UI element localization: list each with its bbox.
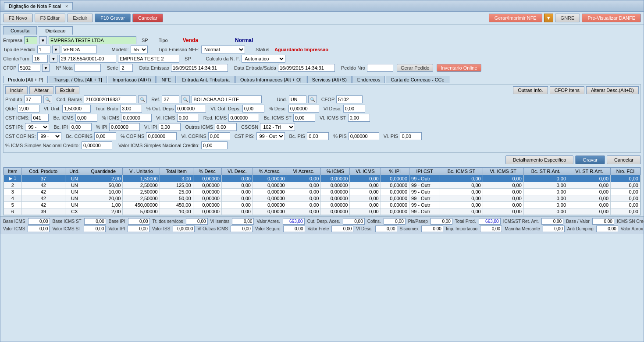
nav-tab-consulta[interactable]: Consulta	[3, 26, 37, 35]
vl-icms-input[interactable]	[177, 114, 199, 122]
section-tab-outras-info[interactable]: Outras Informacoes [Alt + O]	[235, 76, 306, 83]
red-icms-input[interactable]	[228, 114, 259, 122]
vl-out-deps-input[interactable]	[242, 105, 264, 113]
pre-visualizar-button[interactable]: Pre-Visualizar DANFE	[582, 14, 641, 22]
table-row[interactable]: ▶ 137UN2,001,500003,000,000000,000,00000…	[4, 175, 640, 182]
ref-search-button[interactable]: 🔍	[181, 95, 190, 103]
cod-barras-search-button[interactable]: 🔍	[138, 95, 147, 103]
ref-id-input[interactable]	[162, 95, 179, 103]
f3-editar-button[interactable]: F3 Editar	[35, 14, 66, 22]
vl-desc-summary-value[interactable]	[375, 226, 397, 232]
section-tab-nfe[interactable]: NFE	[157, 76, 176, 83]
gravar-button[interactable]: Gravar	[575, 155, 605, 164]
bc-icms-st-input[interactable]	[293, 114, 315, 122]
total-bruto-input[interactable]	[120, 105, 142, 113]
valor-icms-st-value[interactable]	[84, 226, 106, 232]
produto-id-input[interactable]	[24, 95, 42, 103]
bc-cofins-input[interactable]	[94, 132, 116, 140]
pis-pasep-value[interactable]	[431, 218, 452, 225]
outros-icms-input[interactable]	[215, 123, 237, 131]
und-input[interactable]	[289, 95, 306, 103]
anti-dumping-value[interactable]	[596, 226, 618, 232]
inventario-online-button[interactable]: Inventario Online	[437, 64, 481, 72]
empresa-search-button[interactable]: ▼	[39, 36, 47, 44]
cfop-itens-button[interactable]: CFOP Itens	[550, 86, 584, 94]
cst-icms-input[interactable]	[31, 114, 49, 122]
table-row[interactable]: 342UN10,002,5000025,000,000000,000,00000…	[4, 189, 640, 195]
icms-st-ret-value[interactable]	[541, 218, 563, 225]
gerar-pedido-button[interactable]: Gerar Pedido	[397, 64, 433, 72]
pedido-nro-input[interactable]	[367, 64, 393, 72]
excluir-product-button[interactable]: Excluir	[55, 86, 79, 94]
cod-barras-input[interactable]	[84, 95, 136, 103]
marinha-value[interactable]	[543, 226, 565, 232]
product-cfop-input[interactable]	[336, 95, 363, 103]
vl-desc-input[interactable]	[343, 105, 365, 113]
pct-cofins-input[interactable]	[146, 132, 177, 140]
section-tab-importacao[interactable]: Importacao (Alt+I)	[108, 76, 156, 83]
base-valor-value[interactable]	[592, 218, 614, 225]
f2-novo-button[interactable]: F2 Novo	[3, 14, 33, 22]
table-row[interactable]: 639CX2,005,0000010,000,000000,000,000000…	[4, 208, 640, 215]
cofins-value[interactable]	[384, 218, 406, 225]
gerar-imprimir-button[interactable]: Gerar/Imprimir NFE	[489, 14, 542, 22]
vl-cofins-input[interactable]	[208, 132, 230, 140]
cliente-search-button[interactable]: ▼	[50, 55, 57, 63]
data-entrada-input[interactable]	[278, 64, 335, 72]
section-tab-entrada[interactable]: Entrada Ant. Tributaria	[177, 76, 234, 83]
pct-desc-input[interactable]	[288, 105, 319, 113]
und-search-button[interactable]: 🔍	[308, 95, 317, 103]
siscomex-value[interactable]	[421, 226, 443, 232]
valor-iss-value[interactable]	[173, 226, 195, 232]
tt-servicos-value[interactable]	[186, 218, 208, 225]
cst-ipi-select[interactable]: 99 -	[25, 123, 49, 131]
bc-icms-input[interactable]	[75, 114, 97, 122]
nro-nota-input[interactable]	[75, 64, 101, 72]
pct-pis-input[interactable]	[349, 132, 379, 140]
csosn-select[interactable]: 102 - Tri	[260, 123, 295, 131]
empresa-id-input[interactable]	[24, 36, 37, 44]
bc-ipi-input[interactable]	[70, 123, 92, 131]
incluir-button[interactable]: Incluir	[5, 86, 28, 94]
vl-pis-input[interactable]	[400, 132, 422, 140]
gnre-button[interactable]: GNRE	[555, 14, 580, 22]
cancelar-toolbar-button[interactable]: Cancelar	[132, 14, 163, 22]
pct-out-deps-input[interactable]	[175, 105, 206, 113]
table-row[interactable]: 542UN1,00450,00000450,000,000000,000,000…	[4, 202, 640, 208]
qtde-input[interactable]	[18, 105, 39, 113]
calculo-select[interactable]: Automatico	[242, 55, 285, 63]
section-tab-transp[interactable]: Transp. / Obs. [Alt + T]	[49, 76, 107, 83]
pct-ipi-input[interactable]	[109, 123, 140, 131]
cst-cofins-select[interactable]: 99 -	[37, 132, 61, 140]
base-icms-value[interactable]	[28, 218, 50, 225]
cliente-id-input[interactable]	[32, 55, 48, 63]
tipo-pedido-id-input[interactable]	[37, 46, 50, 53]
serie-input[interactable]	[120, 64, 133, 72]
section-tab-produto[interactable]: Produto [Alt + P]	[3, 76, 48, 83]
valor-icms-value[interactable]	[28, 226, 50, 232]
nav-tab-digitacao[interactable]: Digitacao	[38, 26, 73, 35]
table-row[interactable]: 442UN20,002,5000050,000,000000,000,00000…	[4, 195, 640, 202]
vl-isentas-value[interactable]	[232, 218, 254, 225]
icms-simples-input[interactable]	[82, 141, 112, 149]
cfop-input[interactable]	[18, 64, 40, 72]
valor-seguro-value[interactable]	[283, 226, 305, 232]
produto-search-button[interactable]: 🔍	[43, 95, 52, 103]
modelo-select[interactable]: 55	[131, 46, 148, 53]
table-row[interactable]: 242UN50,002,50000125,000,000000,000,0000…	[4, 182, 640, 189]
gerar-imprimir-dropdown[interactable]: ▼	[544, 14, 553, 22]
alterar-button[interactable]: Alterar	[29, 86, 53, 94]
excluir-button[interactable]: Excluir	[67, 14, 93, 22]
vl-icms-st-input[interactable]	[348, 114, 370, 122]
section-tab-servicos[interactable]: Servicos (Alt+S)	[307, 76, 352, 83]
out-desp-value[interactable]	[343, 218, 365, 225]
vl-ipi-input[interactable]	[159, 123, 181, 131]
valor-icms-simples-input[interactable]	[201, 141, 228, 149]
tipo-pedido-search-button[interactable]: ▼	[52, 46, 60, 53]
window-close-button[interactable]: ×	[64, 4, 68, 9]
f10-gravar-button[interactable]: F10 Gravar	[95, 14, 131, 22]
valor-ipi-value[interactable]	[128, 226, 149, 232]
tipo-emissao-select[interactable]: Normal	[201, 46, 245, 53]
base-ipi-value[interactable]	[128, 218, 150, 225]
bc-pis-input[interactable]	[307, 132, 329, 140]
